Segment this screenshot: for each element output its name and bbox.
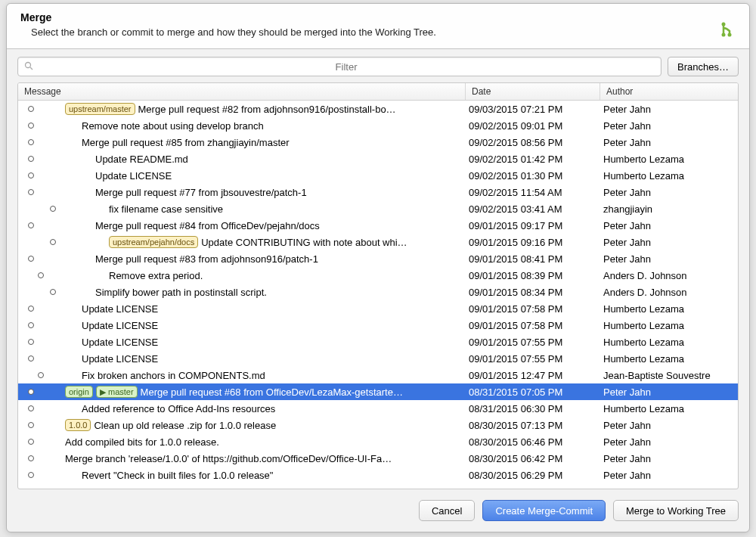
commit-author: Peter Jahn	[600, 436, 738, 448]
commit-message: Update CONTRIBUTING with note about whi…	[201, 237, 407, 248]
graph-gutter	[21, 417, 62, 433]
commit-message: fix filename case sensitive	[109, 203, 223, 215]
commit-message: Remove extra period.	[109, 270, 203, 281]
commit-message: Update LICENSE	[82, 337, 158, 348]
column-author[interactable]: Author	[600, 83, 738, 100]
ref-badge: upstream/pejahn/docs	[109, 236, 198, 248]
table-row[interactable]: Update LICENSE09/01/2015 07:58 PMHumbert…	[18, 300, 738, 317]
table-row[interactable]: Simplify bower path in postinstall scrip…	[18, 284, 738, 300]
commit-message: Update LICENSE	[82, 303, 158, 315]
commit-date: 08/31/2015 06:30 PM	[466, 403, 600, 414]
commit-message-cell: Remove extra period.	[18, 267, 466, 284]
commit-message: Merge pull request #84 from OfficeDev/pe…	[95, 220, 320, 231]
table-row[interactable]: Update README.md09/02/2015 01:42 PMHumbe…	[18, 151, 738, 167]
dialog-subtitle: Select the branch or commit to merge and…	[31, 26, 736, 38]
commit-message: Merge pull request #83 from adjohnson916…	[95, 253, 318, 265]
ref-badge: 1.0.0	[65, 419, 91, 431]
table-row[interactable]: Update LICENSE09/02/2015 01:30 PMHumbert…	[18, 167, 738, 184]
table-row[interactable]: Merge pull request #83 from adjohnson916…	[18, 250, 738, 267]
commit-dot-icon	[28, 389, 34, 395]
table-row[interactable]: Revert "Check in built files for 1.0.0 r…	[18, 467, 738, 483]
commit-message: Merge pull request #82 from adjohnson916…	[138, 104, 396, 115]
table-row[interactable]: origin▶ masterMerge pull request #68 fro…	[18, 383, 738, 400]
ref-badge: ▶ master	[96, 386, 138, 398]
table-row[interactable]: Remove extra period.09/01/2015 08:39 PMA…	[18, 267, 738, 284]
commit-dot-icon	[28, 156, 34, 162]
commit-author: Peter Jahn	[600, 237, 738, 248]
graph-gutter	[21, 300, 62, 317]
filter-box[interactable]	[17, 57, 662, 76]
commit-author: Peter Jahn	[600, 137, 738, 148]
commit-message-cell: Merge pull request #77 from jbsouvestre/…	[18, 184, 466, 200]
commit-message-cell: Revert "Check in built files for 1.0.0 r…	[18, 467, 466, 483]
commit-dot-icon	[28, 306, 34, 312]
commit-date: 08/30/2015 06:46 PM	[466, 436, 600, 448]
filter-input[interactable]	[38, 61, 655, 73]
commit-date: 08/30/2015 06:29 PM	[466, 470, 600, 481]
graph-gutter	[21, 250, 62, 267]
merge-to-working-tree-button[interactable]: Merge to Working Tree	[613, 500, 739, 521]
table-row[interactable]: Update LICENSE09/01/2015 07:58 PMHumbert…	[18, 317, 738, 334]
table-row[interactable]: Merge branch 'release/1.0.0' of https://…	[18, 450, 738, 467]
create-merge-commit-button[interactable]: Create Merge-Commit	[482, 500, 606, 521]
table-row[interactable]: fix filename case sensitive09/02/2015 03…	[18, 200, 738, 217]
commit-author: Peter Jahn	[600, 104, 738, 115]
graph-gutter	[21, 267, 62, 284]
column-message[interactable]: Message	[18, 83, 466, 100]
commit-message-cell: fix filename case sensitive	[18, 200, 466, 217]
graph-gutter	[21, 450, 62, 467]
svg-point-2	[728, 33, 732, 37]
commit-date: 09/01/2015 07:55 PM	[466, 337, 600, 348]
branches-button[interactable]: Branches…	[668, 57, 739, 76]
dialog-title: Merge	[20, 11, 736, 23]
commit-message: Merge pull request #68 from OfficeDev/Le…	[141, 386, 403, 398]
merge-icon	[719, 22, 736, 42]
commit-message-cell: Update LICENSE	[18, 317, 466, 334]
commit-author: Humberto Lezama	[600, 170, 738, 182]
commit-date: 09/01/2015 09:16 PM	[466, 237, 600, 248]
table-row[interactable]: Remove note about using develop branch09…	[18, 117, 738, 134]
commit-author: Peter Jahn	[600, 386, 738, 398]
commit-date: 08/31/2015 07:05 PM	[466, 386, 600, 398]
table-row[interactable]: 1.0.0Clean up old release .zip for 1.0.0…	[18, 417, 738, 433]
graph-gutter	[21, 284, 62, 300]
commit-dot-icon	[50, 239, 56, 245]
graph-gutter	[21, 134, 62, 151]
table-row[interactable]: Merge pull request #85 from zhangjiayin/…	[18, 134, 738, 151]
commit-author: Peter Jahn	[600, 220, 738, 231]
commit-dot-icon	[28, 106, 34, 112]
column-date[interactable]: Date	[466, 83, 600, 100]
commit-date: 08/30/2015 07:13 PM	[466, 420, 600, 431]
table-row[interactable]: Added reference to Office Add-Ins resour…	[18, 400, 738, 417]
table-row[interactable]: Update LICENSE09/01/2015 07:55 PMHumbert…	[18, 350, 738, 367]
table-row[interactable]: upstream/pejahn/docsUpdate CONTRIBUTING …	[18, 234, 738, 250]
commit-message: Remove note about using develop branch	[82, 120, 264, 132]
commit-author: Humberto Lezama	[600, 154, 738, 165]
commit-message-cell: origin▶ masterMerge pull request #68 fro…	[18, 383, 466, 400]
commit-message-cell: Update LICENSE	[18, 167, 466, 184]
commit-message: Merge pull request #85 from zhangjiayin/…	[82, 137, 290, 148]
commits-table: Message Date Author upstream/masterMerge…	[17, 82, 739, 489]
table-row[interactable]: Add compiled bits for 1.0.0 release.08/3…	[18, 433, 738, 450]
commit-message: Fix broken anchors in COMPONENTS.md	[82, 370, 265, 381]
commit-date: 09/02/2015 03:41 AM	[466, 203, 600, 215]
table-row[interactable]: Merge pull request #77 from jbsouvestre/…	[18, 184, 738, 200]
commit-message-cell: Update LICENSE	[18, 300, 466, 317]
search-icon	[24, 61, 33, 73]
cancel-button[interactable]: Cancel	[419, 500, 475, 521]
commit-date: 09/02/2015 11:54 AM	[466, 187, 600, 198]
commit-message-cell: upstream/pejahn/docsUpdate CONTRIBUTING …	[18, 234, 466, 250]
table-row[interactable]: Merge pull request #84 from OfficeDev/pe…	[18, 217, 738, 234]
commit-dot-icon	[38, 272, 44, 278]
commit-author: Peter Jahn	[600, 120, 738, 132]
commit-message-cell: Update README.md	[18, 151, 466, 167]
commit-message: Simplify bower path in postinstall scrip…	[95, 287, 267, 298]
table-row[interactable]: Update LICENSE09/01/2015 07:55 PMHumbert…	[18, 334, 738, 350]
table-body[interactable]: upstream/masterMerge pull request #82 fr…	[18, 101, 738, 489]
commit-message: Update LICENSE	[82, 320, 158, 331]
graph-gutter	[21, 317, 62, 334]
table-row[interactable]: Fix broken anchors in COMPONENTS.md09/01…	[18, 367, 738, 383]
table-row[interactable]: upstream/masterMerge pull request #82 fr…	[18, 101, 738, 117]
commit-message: Update LICENSE	[82, 353, 158, 365]
commit-message-cell: Merge pull request #84 from OfficeDev/pe…	[18, 217, 466, 234]
